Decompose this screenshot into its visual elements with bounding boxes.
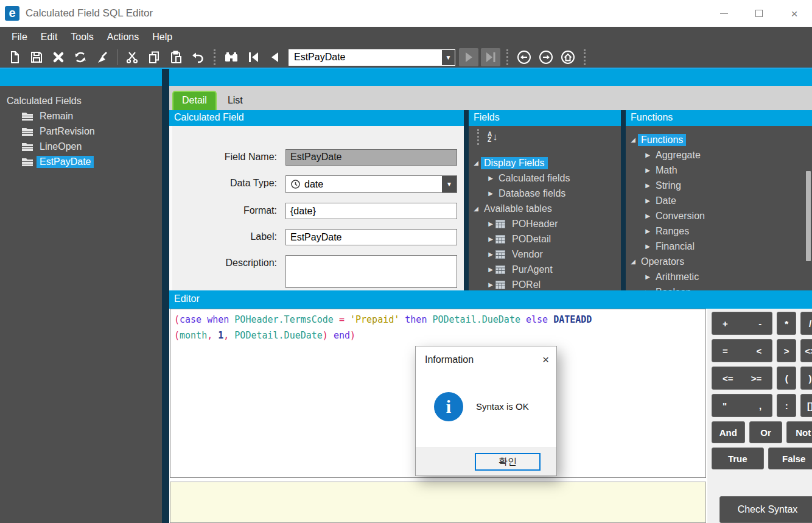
- op-button-divide[interactable]: /: [800, 312, 812, 335]
- fields-tree-item-vendor[interactable]: ▶Vendor: [471, 247, 621, 262]
- op-button-or[interactable]: Or: [749, 421, 783, 443]
- fields-tree-item-calculated-fields[interactable]: ▶Calculated fields: [471, 170, 621, 186]
- menu-file[interactable]: File: [5, 29, 34, 45]
- collapsed-icon[interactable]: ▶: [486, 190, 495, 197]
- expanded-icon[interactable]: ◢: [471, 205, 481, 212]
- fields-tree-item-poheader[interactable]: ▶POHeader: [471, 216, 621, 231]
- back-button[interactable]: [513, 48, 535, 66]
- fields-tree-item-porel[interactable]: ▶PORel: [471, 277, 621, 290]
- clear-button[interactable]: [91, 48, 113, 66]
- collapsed-icon[interactable]: ▶: [486, 236, 495, 242]
- sidebar-item-estpaydate[interactable]: EstPayDate: [4, 154, 162, 169]
- functions-tree-item-operators[interactable]: ◢Operators: [628, 254, 812, 269]
- expanded-icon[interactable]: ◢: [628, 258, 638, 265]
- collapsed-icon[interactable]: ▶: [486, 175, 495, 181]
- expanded-icon[interactable]: ◢: [471, 160, 481, 166]
- collapsed-icon[interactable]: ▶: [643, 167, 653, 174]
- collapsed-icon[interactable]: ▶: [643, 182, 653, 189]
- format-input[interactable]: [285, 203, 457, 219]
- minimize-button[interactable]: [706, 0, 741, 27]
- op-button-brackets[interactable]: []: [800, 394, 812, 417]
- forward-button[interactable]: [535, 48, 557, 66]
- delete-button[interactable]: [47, 48, 69, 66]
- functions-tree-item-financial[interactable]: ▶Financial: [628, 239, 812, 254]
- data-type-dropdown-button[interactable]: ▼: [442, 176, 457, 192]
- tab-list[interactable]: List: [219, 92, 251, 110]
- op-button-comma[interactable]: ,: [759, 401, 761, 411]
- op-button-equals[interactable]: =: [723, 346, 728, 356]
- op-button-not[interactable]: Not: [786, 421, 812, 443]
- menu-actions[interactable]: Actions: [100, 29, 145, 45]
- functions-tree-item-boolean[interactable]: ▶Boolean: [628, 284, 812, 290]
- maximize-button[interactable]: [741, 0, 777, 27]
- expanded-icon[interactable]: ◢: [628, 136, 638, 143]
- functions-tree-item-ranges[interactable]: ▶Ranges: [628, 223, 812, 239]
- panel-splitter[interactable]: [621, 110, 626, 290]
- copy-button[interactable]: [143, 48, 165, 66]
- sidebar-root[interactable]: Calculated Fields: [4, 93, 162, 108]
- fields-tree-item-available-tables[interactable]: ◢Available tables: [471, 201, 621, 216]
- op-button-and[interactable]: And: [712, 421, 745, 443]
- collapsed-icon[interactable]: ▶: [643, 273, 653, 280]
- op-button-less-than[interactable]: <: [756, 346, 761, 356]
- collapsed-icon[interactable]: ▶: [643, 243, 653, 250]
- functions-tree-item-arithmetic[interactable]: ▶Arithmetic: [628, 269, 812, 284]
- label-input[interactable]: [285, 229, 457, 245]
- first-record-button[interactable]: [242, 48, 264, 66]
- fields-tree-item-display-fields[interactable]: ◢Display Fields: [471, 155, 621, 170]
- collapsed-icon[interactable]: ▶: [643, 152, 653, 158]
- collapsed-icon[interactable]: ▶: [643, 228, 653, 234]
- functions-scrollbar[interactable]: [806, 171, 811, 261]
- op-button-colon[interactable]: :: [777, 394, 796, 417]
- functions-tree-item-date[interactable]: ▶Date: [628, 193, 812, 208]
- fields-tree-item-database-fields[interactable]: ▶Database fields: [471, 186, 621, 201]
- home-button[interactable]: [557, 48, 579, 66]
- op-button-minus[interactable]: -: [758, 318, 761, 329]
- collapsed-icon[interactable]: ▶: [643, 212, 653, 219]
- close-button[interactable]: ×: [777, 0, 812, 27]
- op-button-true[interactable]: True: [712, 448, 764, 469]
- op-button-less-or-equal[interactable]: <=: [723, 373, 733, 384]
- op-button-greater-or-equal[interactable]: >=: [751, 373, 762, 384]
- refresh-button[interactable]: [69, 48, 91, 66]
- last-record-button[interactable]: [481, 48, 500, 66]
- record-combo-input[interactable]: [289, 50, 441, 65]
- collapsed-icon[interactable]: ▶: [643, 197, 653, 204]
- functions-tree-item-string[interactable]: ▶String: [628, 178, 812, 193]
- op-button-false[interactable]: False: [768, 448, 812, 469]
- panel-splitter[interactable]: [464, 110, 469, 290]
- collapsed-icon[interactable]: ▶: [486, 251, 495, 258]
- collapsed-icon[interactable]: ▶: [486, 281, 495, 288]
- undo-button[interactable]: [187, 48, 209, 66]
- next-record-button[interactable]: [459, 48, 478, 66]
- sidebar-item-partrevision[interactable]: PartRevision: [4, 124, 162, 139]
- dialog-ok-button[interactable]: 확인: [475, 453, 541, 471]
- collapsed-icon[interactable]: ▶: [486, 220, 495, 227]
- op-button-plus[interactable]: +: [723, 318, 728, 329]
- sidebar-item-lineopen[interactable]: LineOpen: [4, 139, 162, 154]
- op-button-close-paren[interactable]: ): [800, 367, 812, 390]
- description-input[interactable]: [285, 255, 457, 288]
- functions-tree-item-conversion[interactable]: ▶Conversion: [628, 208, 812, 223]
- functions-tree-item-aggregate[interactable]: ▶Aggregate: [628, 147, 812, 163]
- collapsed-icon[interactable]: ▶: [643, 289, 653, 290]
- record-combo-dropdown-button[interactable]: ▼: [441, 50, 455, 65]
- tab-detail[interactable]: Detail: [172, 91, 217, 110]
- check-syntax-button[interactable]: Check Syntax: [719, 496, 812, 523]
- sidebar-splitter[interactable]: [162, 69, 169, 523]
- fields-tree-item-podetail[interactable]: ▶PODetail: [471, 231, 621, 247]
- op-button-quote[interactable]: ": [723, 401, 727, 411]
- functions-tree-item-math[interactable]: ▶Math: [628, 163, 812, 178]
- sidebar-item-remain[interactable]: Remain: [4, 108, 162, 124]
- new-document-button[interactable]: [4, 48, 26, 66]
- op-button-open-paren[interactable]: (: [777, 367, 796, 390]
- sort-az-button[interactable]: AZ ↓: [488, 132, 497, 142]
- save-button[interactable]: [26, 48, 47, 66]
- data-type-combo[interactable]: date ▼: [285, 175, 457, 193]
- op-button-not-equal[interactable]: <>: [800, 339, 812, 362]
- cut-button[interactable]: [121, 48, 143, 66]
- op-button-greater-than[interactable]: >: [777, 339, 796, 362]
- paste-button[interactable]: [165, 48, 187, 66]
- dialog-close-button[interactable]: ×: [542, 355, 549, 365]
- collapsed-icon[interactable]: ▶: [486, 266, 495, 273]
